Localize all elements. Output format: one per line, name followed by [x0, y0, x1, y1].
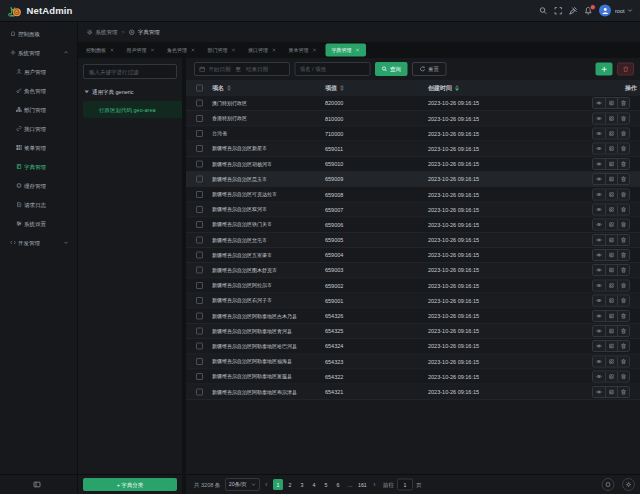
row-checkbox[interactable] [196, 312, 203, 319]
sort-icon[interactable] [227, 85, 231, 91]
view-button[interactable] [593, 311, 605, 321]
row-checkbox[interactable] [196, 282, 203, 289]
close-icon[interactable] [110, 48, 115, 53]
view-button[interactable] [593, 326, 605, 336]
view-button[interactable] [593, 356, 605, 366]
edit-button[interactable] [605, 189, 617, 199]
delete-button[interactable] [617, 356, 629, 366]
delete-button[interactable] [617, 296, 629, 306]
column-header-value[interactable]: 项值 [325, 84, 428, 93]
sidebar-item[interactable]: 接口管理 [0, 119, 77, 138]
page-button[interactable]: 2 [285, 479, 295, 490]
table-row[interactable]: 新疆维吾尔自治区昆玉市6590092023-10-26 09:16:15 [186, 172, 640, 187]
view-button[interactable] [593, 128, 605, 138]
view-button[interactable] [593, 204, 605, 214]
page-button[interactable]: 5 [321, 479, 331, 490]
edit-button[interactable] [605, 296, 617, 306]
prev-page-button[interactable]: ‹ [265, 481, 267, 489]
edit-button[interactable] [605, 280, 617, 290]
table-row[interactable]: 新疆维吾尔自治区阿勒泰地区青河县6543252023-10-26 09:16:1… [186, 324, 640, 339]
pin-icon[interactable] [569, 6, 578, 15]
edit-button[interactable] [605, 265, 617, 275]
view-button[interactable] [593, 250, 605, 260]
delete-button[interactable] [617, 387, 629, 397]
tab-item[interactable]: 控制面板 [80, 42, 121, 58]
tab-item[interactable]: 用户管理 [121, 42, 162, 58]
tab-item[interactable]: 部门管理 [202, 42, 243, 58]
table-row[interactable]: 新疆维吾尔自治区阿拉尔市6590022023-10-26 09:16:15 [186, 278, 640, 293]
table-row[interactable]: 新疆维吾尔自治区图木舒克市6590032023-10-26 09:16:15 [186, 263, 640, 278]
edit-button[interactable] [605, 250, 617, 260]
view-button[interactable] [593, 296, 605, 306]
refresh-table-button[interactable] [602, 478, 615, 491]
edit-button[interactable] [605, 144, 617, 154]
close-icon[interactable] [272, 48, 277, 53]
row-checkbox[interactable] [196, 328, 203, 335]
view-button[interactable] [593, 98, 605, 108]
view-button[interactable] [593, 235, 605, 245]
delete-button[interactable] [617, 265, 629, 275]
row-checkbox[interactable] [196, 358, 203, 365]
page-button[interactable]: 6 [333, 479, 343, 490]
avatar[interactable] [599, 5, 611, 17]
page-button[interactable]: 1 [273, 479, 283, 490]
close-icon[interactable] [191, 48, 196, 53]
edit-button[interactable] [605, 220, 617, 230]
close-icon[interactable] [150, 48, 155, 53]
edit-button[interactable] [605, 235, 617, 245]
row-checkbox[interactable] [196, 191, 203, 198]
delete-button[interactable] [617, 341, 629, 351]
tree-node-selected[interactable]: 行政区划代码 geo-area [83, 101, 182, 118]
page-size-select[interactable]: 20条/页 [225, 478, 260, 491]
table-row[interactable]: 新疆维吾尔自治区阿勒泰地区哈巴河县6543242023-10-26 09:16:… [186, 339, 640, 354]
fullscreen-icon[interactable] [554, 6, 563, 15]
row-checkbox[interactable] [196, 100, 203, 107]
close-icon[interactable] [355, 48, 360, 53]
delete-button[interactable] [617, 235, 629, 245]
sidebar-item[interactable]: 用户管理 [0, 62, 77, 81]
table-row[interactable]: 新疆维吾尔自治区阿勒泰地区布尔津县6543212023-10-26 09:16:… [186, 385, 640, 400]
tab-active[interactable]: 字典管理 [326, 44, 367, 57]
edit-button[interactable] [605, 326, 617, 336]
table-row[interactable]: 台湾省7100002023-10-26 09:16:15 [186, 126, 640, 141]
close-icon[interactable] [312, 48, 317, 53]
tree-filter-input[interactable]: 输入关键字进行过滤 [83, 64, 177, 79]
tab-item[interactable]: 接口管理 [242, 42, 283, 58]
sidebar-item[interactable]: 系统管理 [0, 43, 77, 62]
edit-button[interactable] [605, 372, 617, 382]
breadcrumb-item[interactable]: 系统管理 [96, 28, 118, 36]
table-row[interactable]: 新疆维吾尔自治区阿勒泰地区吉木乃县6543262023-10-26 09:16:… [186, 309, 640, 324]
row-checkbox[interactable] [196, 297, 203, 304]
column-header-name[interactable]: 项名 [212, 84, 325, 93]
delete-button[interactable] [617, 326, 629, 336]
tab-item[interactable]: 菜单管理 [283, 42, 324, 58]
edit-button[interactable] [605, 159, 617, 169]
edit-button[interactable] [605, 341, 617, 351]
delete-button[interactable] [617, 220, 629, 230]
view-button[interactable] [593, 220, 605, 230]
delete-button[interactable] [617, 113, 629, 123]
table-row[interactable]: 新疆维吾尔自治区阿勒泰地区富蕴县6543222023-10-26 09:16:1… [186, 370, 640, 385]
row-checkbox[interactable] [196, 221, 203, 228]
table-row[interactable]: 新疆维吾尔自治区新星市6590112023-10-26 09:16:15 [186, 142, 640, 157]
row-checkbox[interactable] [196, 130, 203, 137]
delete-button[interactable] [617, 189, 629, 199]
delete-button[interactable] [617, 250, 629, 260]
delete-button[interactable] [617, 144, 629, 154]
view-button[interactable] [593, 265, 605, 275]
table-row[interactable]: 新疆维吾尔自治区石河子市6590012023-10-26 09:16:15 [186, 294, 640, 309]
table-row[interactable]: 新疆维吾尔自治区五家渠市6590042023-10-26 09:16:15 [186, 248, 640, 263]
sidebar-item[interactable]: 系统设置 [0, 214, 77, 233]
sort-icon[interactable] [340, 85, 344, 91]
row-checkbox[interactable] [196, 373, 203, 380]
column-header-time[interactable]: 创建时间 [428, 84, 580, 93]
row-checkbox[interactable] [196, 267, 203, 274]
row-checkbox[interactable] [196, 252, 203, 259]
table-row[interactable]: 新疆维吾尔自治区铁门关市6590062023-10-26 09:16:15 [186, 218, 640, 233]
table-row[interactable]: 澳门特别行政区8200002023-10-26 09:16:15 [186, 96, 640, 111]
row-checkbox[interactable] [196, 176, 203, 183]
view-button[interactable] [593, 144, 605, 154]
breadcrumb-item-current[interactable]: 字典管理 [138, 28, 160, 36]
delete-button[interactable] [617, 280, 629, 290]
table-row[interactable]: 香港特别行政区8100002023-10-26 09:16:15 [186, 111, 640, 126]
